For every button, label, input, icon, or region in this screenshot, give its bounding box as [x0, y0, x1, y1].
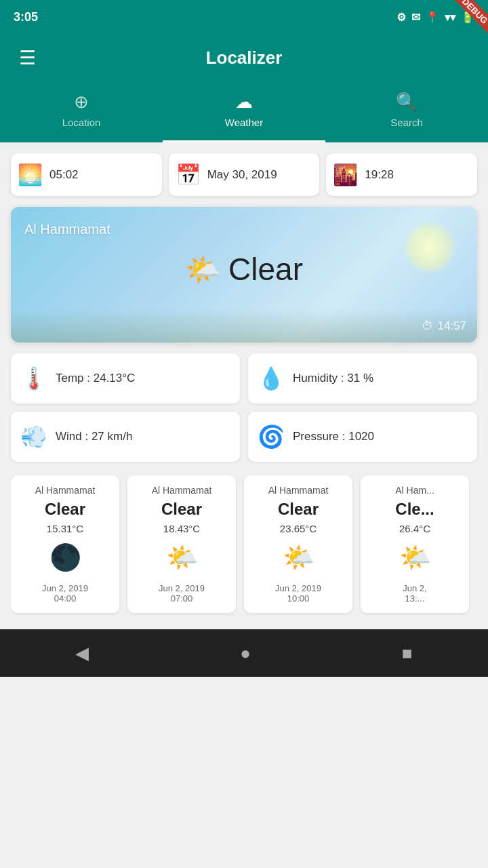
- sunset-icon: 🌇: [333, 163, 358, 186]
- forecast-2-icon: 🌤️: [283, 542, 314, 572]
- banner-time: ⏱ 14:57: [422, 319, 466, 333]
- forecast-card-1: Al Hammamat Clear 18.43°C 🌤️ Jun 2, 2019…: [127, 475, 236, 613]
- sunrise-time: 05:02: [49, 168, 79, 182]
- forecast-0-condition: Clear: [45, 500, 85, 519]
- wifi-icon: ▾▾: [445, 11, 455, 24]
- status-icons: ⚙ ✉ 📍 ▾▾ 🔋: [396, 11, 474, 24]
- info-cards-row: 🌅 05:02 📅 May 30, 2019 🌇 19:28: [11, 153, 477, 196]
- forecast-0-location: Al Hammamat: [35, 485, 96, 496]
- temp-value: Temp : 24.13°C: [56, 372, 135, 385]
- thermometer-icon: 🌡️: [20, 366, 47, 391]
- hamburger-menu[interactable]: ☰: [14, 41, 41, 75]
- pressure-value: Pressure : 1020: [293, 430, 374, 443]
- weather-tab-icon: ☁: [235, 92, 253, 113]
- stats-grid: 🌡️ Temp : 24.13°C 💧 Humidity : 31 % 💨 Wi…: [11, 353, 477, 462]
- forecast-3-icon: 🌤️: [399, 542, 431, 572]
- forecast-3-date: Jun 2,13:...: [403, 583, 426, 604]
- forecast-0-icon: 🌑: [49, 542, 81, 572]
- date-card: 📅 May 30, 2019: [169, 153, 320, 196]
- email-icon: ✉: [411, 11, 420, 24]
- banner-grass-decoration: [11, 309, 477, 342]
- app-title: Localizer: [206, 47, 283, 68]
- location-tab-label: Location: [62, 117, 101, 128]
- condition-icon: 🌤️: [185, 253, 220, 286]
- settings-icon: ⚙: [396, 11, 406, 24]
- sun-glow: [403, 220, 457, 275]
- forecast-1-temp: 18.43°C: [163, 523, 200, 534]
- tab-search[interactable]: 🔍 Search: [325, 81, 488, 142]
- forecast-row[interactable]: Al Hammamat Clear 15.31°C 🌑 Jun 2, 20190…: [11, 475, 477, 618]
- pressure-card: 🌀 Pressure : 1020: [248, 412, 477, 462]
- status-time: 3:05: [14, 10, 38, 24]
- forecast-1-icon: 🌤️: [166, 542, 198, 572]
- location-icon: 📍: [426, 11, 439, 24]
- search-tab-icon: 🔍: [396, 92, 418, 113]
- calendar-icon: 📅: [176, 163, 201, 186]
- tab-bar: ⊕ Location ☁ Weather 🔍 Search: [0, 81, 488, 142]
- forecast-2-date: Jun 2, 201910:00: [275, 583, 321, 604]
- back-button[interactable]: ◀: [55, 636, 109, 671]
- humidity-card: 💧 Humidity : 31 %: [248, 353, 477, 403]
- app-bar: ☰ Localizer: [0, 34, 488, 81]
- sunrise-card: 🌅 05:02: [11, 153, 162, 196]
- forecast-0-temp: 15.31°C: [47, 523, 83, 534]
- forecast-3-temp: 26.4°C: [399, 523, 430, 534]
- forecast-3-condition: Cle...: [395, 500, 434, 519]
- sunset-time: 19:28: [365, 168, 394, 182]
- banner-time-value: 14:57: [437, 319, 466, 333]
- forecast-1-date: Jun 2, 201907:00: [159, 583, 205, 604]
- wind-card: 💨 Wind : 27 km/h: [11, 412, 240, 462]
- tab-location[interactable]: ⊕ Location: [0, 81, 163, 142]
- tab-weather[interactable]: ☁ Weather: [163, 81, 325, 142]
- bottom-nav: ◀ ● ■: [0, 629, 488, 677]
- forecast-2-temp: 23.65°C: [280, 523, 317, 534]
- banner-condition: 🌤️ Clear: [24, 251, 464, 288]
- wind-value: Wind : 27 km/h: [56, 430, 132, 443]
- forecast-card-3: Al Ham... Cle... 26.4°C 🌤️ Jun 2,13:...: [361, 475, 469, 613]
- forecast-card-2: Al Hammamat Clear 23.65°C 🌤️ Jun 2, 2019…: [244, 475, 352, 613]
- sunrise-icon: 🌅: [18, 163, 43, 186]
- current-date: May 30, 2019: [207, 168, 277, 182]
- forecast-card-0: Al Hammamat Clear 15.31°C 🌑 Jun 2, 20190…: [11, 475, 119, 613]
- banner-location: Al Hammamat: [24, 222, 464, 237]
- status-bar: 3:05 ⚙ ✉ 📍 ▾▾ 🔋: [0, 0, 488, 34]
- weather-banner: Al Hammamat 🌤️ Clear ⏱ 14:57: [11, 207, 477, 342]
- forecast-1-location: Al Hammamat: [152, 485, 212, 496]
- recent-button[interactable]: ■: [382, 636, 433, 671]
- humidity-icon: 💧: [258, 366, 285, 391]
- temp-card: 🌡️ Temp : 24.13°C: [11, 353, 240, 403]
- pressure-icon: 🌀: [258, 424, 285, 450]
- location-tab-icon: ⊕: [74, 92, 89, 113]
- forecast-3-location: Al Ham...: [395, 485, 434, 496]
- clock-icon: ⏱: [422, 319, 433, 333]
- search-tab-label: Search: [390, 117, 423, 128]
- forecast-2-condition: Clear: [278, 500, 319, 519]
- sunset-card: 🌇 19:28: [326, 153, 477, 196]
- weather-tab-label: Weather: [225, 117, 263, 128]
- forecast-2-location: Al Hammamat: [268, 485, 329, 496]
- wind-icon: 💨: [20, 424, 47, 450]
- forecast-0-date: Jun 2, 201904:00: [42, 583, 88, 604]
- main-content: 🌅 05:02 📅 May 30, 2019 🌇 19:28 Al Hammam…: [0, 142, 488, 629]
- home-button[interactable]: ●: [220, 636, 271, 671]
- forecast-1-condition: Clear: [161, 500, 202, 519]
- humidity-value: Humidity : 31 %: [293, 372, 373, 385]
- condition-text: Clear: [228, 251, 303, 288]
